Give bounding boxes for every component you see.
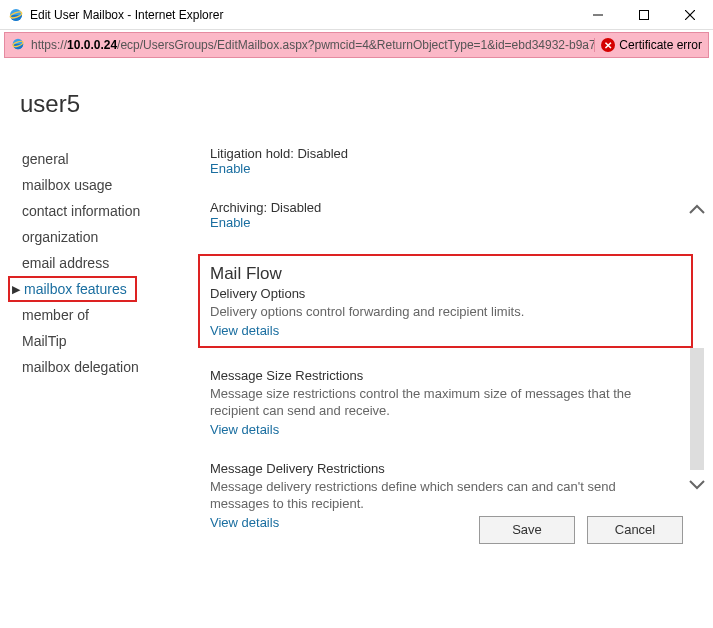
window-title: Edit User Mailbox - Internet Explorer bbox=[30, 8, 575, 22]
caret-right-icon: ▶ bbox=[12, 283, 20, 296]
delivery-options-desc: Delivery options control forwarding and … bbox=[210, 303, 681, 321]
save-button[interactable]: Save bbox=[479, 516, 575, 544]
cancel-button[interactable]: Cancel bbox=[587, 516, 683, 544]
svg-rect-3 bbox=[640, 10, 649, 19]
message-size-view-details-link[interactable]: View details bbox=[210, 422, 653, 437]
internet-explorer-icon bbox=[11, 37, 27, 53]
enable-litigation-hold-link[interactable]: Enable bbox=[210, 161, 653, 176]
mail-flow-section: Mail Flow Delivery Options Delivery opti… bbox=[198, 254, 693, 348]
scrollbar[interactable] bbox=[687, 200, 707, 494]
delivery-options-subheading: Delivery Options bbox=[210, 286, 681, 301]
sidebar-item-mailbox-usage[interactable]: mailbox usage bbox=[20, 172, 190, 198]
message-size-desc: Message size restrictions control the ma… bbox=[210, 385, 653, 420]
sidebar-item-email-address[interactable]: email address bbox=[20, 250, 190, 276]
sidebar-item-organization[interactable]: organization bbox=[20, 224, 190, 250]
sidebar-item-general[interactable]: general bbox=[20, 146, 190, 172]
message-delivery-subheading: Message Delivery Restrictions bbox=[210, 461, 653, 476]
sidebar-item-contact-information[interactable]: contact information bbox=[20, 198, 190, 224]
window-close-button[interactable] bbox=[667, 0, 713, 30]
message-size-section: Message Size Restrictions Message size r… bbox=[210, 368, 653, 437]
window-minimize-button[interactable] bbox=[575, 0, 621, 30]
sidebar-item-mailbox-features[interactable]: ▶ mailbox features bbox=[8, 276, 137, 302]
address-bar[interactable]: https://10.0.0.24/ecp/UsersGroups/EditMa… bbox=[4, 32, 709, 58]
url-host: 10.0.0.24 bbox=[67, 38, 117, 52]
sidebar-nav: general mailbox usage contact informatio… bbox=[20, 146, 190, 380]
scroll-track[interactable] bbox=[690, 348, 704, 470]
message-size-subheading: Message Size Restrictions bbox=[210, 368, 653, 383]
url-prefix: https:// bbox=[31, 38, 67, 52]
sidebar-item-label: mailbox features bbox=[24, 281, 127, 297]
window-maximize-button[interactable] bbox=[621, 0, 667, 30]
page-title: user5 bbox=[20, 90, 683, 118]
delivery-options-view-details-link[interactable]: View details bbox=[210, 323, 681, 338]
window-titlebar: Edit User Mailbox - Internet Explorer bbox=[0, 0, 713, 30]
content-pane: Litigation hold: Disabled Enable Archivi… bbox=[190, 146, 683, 554]
scroll-down-icon[interactable] bbox=[688, 476, 706, 494]
footer-buttons: Save Cancel bbox=[479, 516, 683, 544]
litigation-hold-status: Litigation hold: Disabled bbox=[210, 146, 653, 161]
sidebar-item-mailbox-delegation[interactable]: mailbox delegation bbox=[20, 354, 190, 380]
internet-explorer-icon bbox=[8, 7, 24, 23]
scroll-up-icon[interactable] bbox=[688, 200, 706, 218]
litigation-hold-section: Litigation hold: Disabled Enable bbox=[210, 146, 653, 176]
certificate-error-badge[interactable]: ✕ Certificate error bbox=[594, 38, 702, 52]
address-url: https://10.0.0.24/ecp/UsersGroups/EditMa… bbox=[31, 38, 594, 52]
error-icon: ✕ bbox=[601, 38, 615, 52]
sidebar-item-member-of[interactable]: member of bbox=[20, 302, 190, 328]
archiving-section: Archiving: Disabled Enable bbox=[210, 200, 653, 230]
mail-flow-heading: Mail Flow bbox=[210, 264, 681, 284]
certificate-error-label: Certificate error bbox=[619, 38, 702, 52]
sidebar-item-mailtip[interactable]: MailTip bbox=[20, 328, 190, 354]
message-delivery-desc: Message delivery restrictions define whi… bbox=[210, 478, 653, 513]
archiving-status: Archiving: Disabled bbox=[210, 200, 653, 215]
enable-archiving-link[interactable]: Enable bbox=[210, 215, 653, 230]
url-path: /ecp/UsersGroups/EditMailbox.aspx?pwmcid… bbox=[117, 38, 594, 52]
